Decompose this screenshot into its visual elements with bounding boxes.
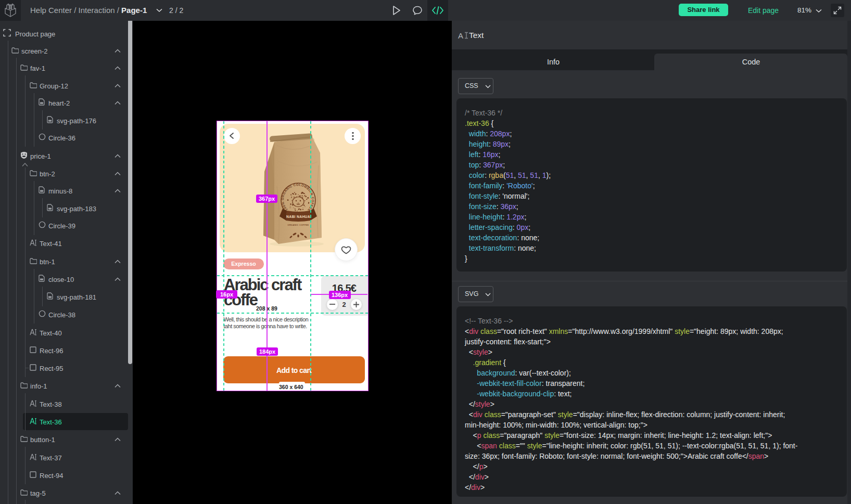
- svg-text:NABI NAHUA: NABI NAHUA: [286, 215, 310, 218]
- svg-text:ORGANIC COFFEE: ORGANIC COFFEE: [288, 224, 309, 226]
